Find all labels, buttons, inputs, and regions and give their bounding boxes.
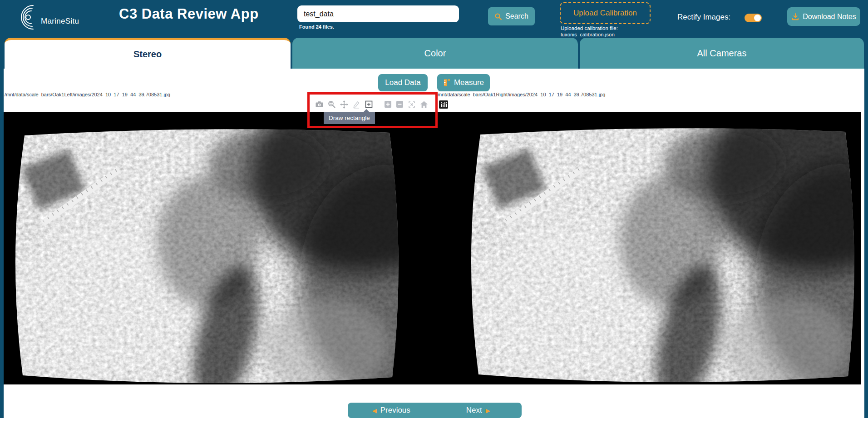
load-data-label: Load Data [385,78,420,87]
upload-calibration-button[interactable]: Upload Calibration [560,2,651,24]
logo-text: MarineSitu [41,17,79,26]
tab-stereo[interactable]: Stereo [5,38,291,69]
stereo-right-image[interactable] [469,127,857,383]
next-button[interactable]: Next ▶ [435,403,522,418]
measure-button[interactable]: Measure [437,74,490,91]
right-image-path: /mnt/data/scale_bars/Oak1Right/images/20… [436,92,605,97]
left-image-path: /mnt/data/scale_bars/Oak1Left/images/202… [5,92,170,97]
search-icon [494,13,502,20]
draw-path-icon[interactable] [352,100,360,109]
page-right-margin [864,69,868,418]
ruler-icon [443,79,451,87]
toggle-knob [754,15,761,21]
download-icon [791,13,799,21]
page-left-margin [0,69,4,418]
zoom-icon[interactable] [328,100,336,109]
home-icon[interactable] [420,100,428,108]
search-input[interactable] [297,5,459,22]
previous-label: Previous [380,406,410,415]
load-data-button[interactable]: Load Data [378,74,428,91]
next-arrow-icon: ▶ [486,407,490,414]
draw-rectangle-tooltip: Draw rectangle [324,112,375,124]
rectify-images-toggle[interactable] [745,14,762,22]
next-label: Next [466,406,482,415]
draw-rectangle-icon[interactable] [365,100,373,109]
app-title: C3 Data Review App [119,6,259,22]
search-results-count: Found 24 files. [299,24,334,30]
pan-icon[interactable] [340,100,348,109]
search-button[interactable]: Search [488,7,535,25]
download-notes-button[interactable]: Download Notes [787,7,860,26]
tab-all-cameras[interactable]: All Cameras [580,38,864,69]
measure-label: Measure [454,78,484,87]
plotly-logo-icon[interactable] [439,100,448,109]
rectify-images-label: Rectify Images: [677,13,730,22]
stereo-left-image[interactable] [13,128,401,384]
previous-button[interactable]: ◀ Previous [348,403,435,418]
autoscale-icon[interactable] [408,100,416,109]
plot-modebar [315,100,448,109]
stereo-canvas [4,112,861,384]
zoom-in-icon[interactable] [384,100,392,108]
previous-arrow-icon: ◀ [372,407,377,414]
camera-icon[interactable] [315,100,324,109]
logo: MarineSitu [16,3,79,31]
upload-calibration-label: Upload Calibration [573,9,637,18]
download-notes-label: Download Notes [803,13,856,21]
calibration-status-line1: Uploaded calibration file: [561,25,618,31]
tab-all-cameras-label: All Cameras [697,48,747,59]
pager: ◀ Previous Next ▶ [348,403,522,418]
zoom-out-icon[interactable] [396,100,404,108]
search-button-label: Search [505,12,528,20]
tab-color[interactable]: Color [292,38,578,69]
tab-color-label: Color [424,48,446,59]
tab-stereo-label: Stereo [133,49,162,60]
calibration-status-line2: luxonis_calibration.json [561,32,615,37]
marinesitu-logo-icon [16,4,44,31]
